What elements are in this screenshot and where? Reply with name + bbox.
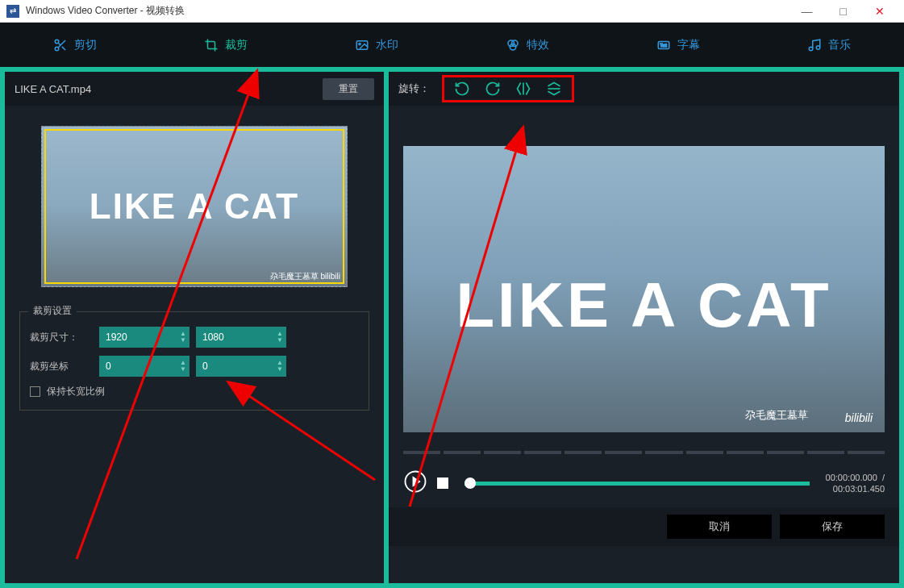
crop-preview[interactable]: LIKE A CAT 尕毛魔王墓草 bilibili <box>41 126 348 287</box>
time-current: 00:00:00.000 <box>826 473 877 482</box>
svg-point-9 <box>510 44 516 50</box>
tab-watermark-label: 水印 <box>376 38 398 52</box>
tab-trim[interactable]: 剪切 <box>0 23 151 67</box>
crop-watermark: 尕毛魔王墓草 bilibili <box>270 271 340 282</box>
settings-legend: 裁剪设置 <box>28 304 77 318</box>
flip-vertical-icon[interactable] <box>546 81 562 97</box>
progress-scrubber[interactable] <box>464 482 810 486</box>
preview-watermark-2: bilibili <box>845 411 873 424</box>
spinner-arrows-icon[interactable]: ▲▼ <box>277 331 283 344</box>
scissors-icon <box>53 38 68 52</box>
crop-x-value: 0 <box>106 361 111 372</box>
tab-bar: 剪切 裁剪 水印 特效 Text 字幕 音乐 <box>0 23 904 67</box>
preview-text-overlay: LIKE A CAT <box>456 269 831 342</box>
rotate-ccw-icon[interactable] <box>454 81 470 97</box>
time-sep: / <box>882 473 885 482</box>
crop-y-value: 0 <box>202 361 208 372</box>
tab-trim-label: 剪切 <box>74 38 97 52</box>
time-display: 00:00:00.000 / 00:03:01.450 <box>826 472 885 494</box>
tab-effect[interactable]: 特效 <box>452 23 602 67</box>
music-icon <box>807 38 822 52</box>
crop-text-overlay: LIKE A CAT <box>90 186 299 227</box>
crop-y-input[interactable]: 0 ▲▼ <box>196 356 286 377</box>
crop-height-input[interactable]: 1080 ▲▼ <box>196 327 286 348</box>
tab-music[interactable]: 音乐 <box>753 23 904 67</box>
spinner-arrows-icon[interactable]: ▲▼ <box>180 360 186 373</box>
crop-width-value: 1920 <box>106 332 127 343</box>
stop-button[interactable] <box>437 477 448 489</box>
left-pane: LIKE A CAT.mp4 重置 LIKE A CAT 尕毛魔王墓草 bili… <box>5 72 384 583</box>
cancel-button[interactable]: 取消 <box>667 515 772 539</box>
reset-button[interactable]: 重置 <box>323 78 374 100</box>
rotate-cw-icon[interactable] <box>485 81 501 97</box>
subtitle-icon: Text <box>656 38 671 52</box>
rotate-label: 旋转： <box>398 81 430 96</box>
close-button[interactable]: ✕ <box>861 0 898 23</box>
preview-watermark-1: 尕毛魔王墓草 <box>745 408 808 423</box>
svg-point-13 <box>816 45 820 49</box>
crop-icon <box>204 38 219 52</box>
keep-ratio-checkbox[interactable] <box>30 386 40 397</box>
keep-ratio-label: 保持长宽比例 <box>47 385 105 398</box>
save-button[interactable]: 保存 <box>780 515 885 539</box>
rotate-buttons-group <box>442 75 574 102</box>
watermark-icon <box>355 38 369 52</box>
play-icon <box>403 469 427 494</box>
window-title: Windows Video Converter - 视频转换 <box>26 4 185 18</box>
tab-crop[interactable]: 裁剪 <box>151 23 302 67</box>
effect-icon <box>506 38 520 52</box>
tab-watermark[interactable]: 水印 <box>302 23 452 67</box>
svg-line-3 <box>62 46 65 49</box>
svg-text:Text: Text <box>660 44 667 48</box>
app-logo: ⇄ <box>6 5 19 18</box>
svg-marker-17 <box>414 477 420 486</box>
crop-height-value: 1080 <box>202 332 224 343</box>
svg-line-4 <box>58 43 60 45</box>
svg-point-6 <box>359 43 360 44</box>
svg-point-0 <box>56 40 60 44</box>
crop-x-input[interactable]: 0 ▲▼ <box>99 356 190 377</box>
thumbnail-timeline[interactable] <box>403 450 885 454</box>
svg-point-12 <box>809 47 813 51</box>
svg-point-1 <box>56 47 60 51</box>
crop-size-label: 裁剪尺寸： <box>30 331 93 344</box>
time-total: 00:03:01.450 <box>833 484 885 494</box>
maximize-button[interactable]: □ <box>825 0 861 23</box>
flip-horizontal-icon[interactable] <box>515 81 531 97</box>
crop-width-input[interactable]: 1920 ▲▼ <box>99 327 190 348</box>
spinner-arrows-icon[interactable]: ▲▼ <box>277 360 283 373</box>
tab-music-label: 音乐 <box>828 38 851 52</box>
play-button[interactable] <box>403 469 427 497</box>
minimize-button[interactable]: — <box>789 0 825 23</box>
tab-crop-label: 裁剪 <box>225 38 248 52</box>
crop-settings-group: 裁剪设置 裁剪尺寸： 1920 ▲▼ 1080 ▲▼ 裁剪坐标 0 <box>19 311 369 411</box>
tab-subtitle[interactable]: Text 字幕 <box>602 23 753 67</box>
crop-pos-label: 裁剪坐标 <box>30 360 93 373</box>
tab-effect-label: 特效 <box>527 38 549 52</box>
filename-label: LIKE A CAT.mp4 <box>15 83 91 95</box>
titlebar: ⇄ Windows Video Converter - 视频转换 — □ ✕ <box>0 0 904 23</box>
spinner-arrows-icon[interactable]: ▲▼ <box>180 331 186 344</box>
video-preview: LIKE A CAT 尕毛魔王墓草 bilibili <box>403 146 885 432</box>
right-pane: 旋转： LIKE A CAT 尕毛魔王墓草 bilibili <box>389 72 899 583</box>
tab-subtitle-label: 字幕 <box>677 38 700 52</box>
